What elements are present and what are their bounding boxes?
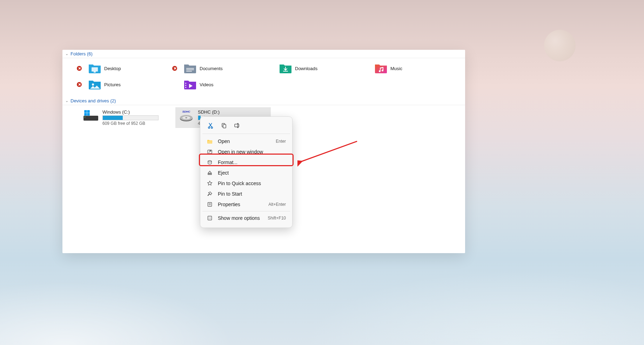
folder-label: Music (390, 66, 402, 71)
svg-rect-2 (186, 68, 194, 69)
menu-open[interactable]: Open Enter (202, 136, 290, 147)
folders-grid: Desktop Documents Downloads Music (62, 58, 465, 97)
svg-rect-21 (235, 124, 239, 127)
eject-icon (207, 170, 213, 176)
drive-windows-c[interactable]: Windows (C:) 609 GB free of 952 GB (80, 107, 175, 128)
svg-text:SDHC: SDHC (182, 110, 190, 113)
svg-rect-20 (223, 124, 226, 128)
svg-rect-10 (85, 117, 85, 117)
menu-label: Properties (218, 202, 240, 207)
svg-rect-0 (92, 67, 98, 72)
menu-pin-start[interactable]: Pin to Start (202, 189, 290, 199)
svg-rect-28 (208, 203, 212, 207)
folder-label: Downloads (295, 66, 317, 71)
cut-button[interactable] (205, 121, 216, 130)
drives-section-header[interactable]: ⌄ Devices and drives (2) (62, 97, 465, 105)
menu-eject[interactable]: Eject (202, 168, 290, 178)
drive-free-text: 609 GB free of 952 GB (102, 121, 159, 126)
sync-error-icon (172, 66, 177, 71)
drives-header-label: Devices and drives (2) (71, 98, 116, 103)
copy-button[interactable] (219, 121, 229, 130)
svg-point-32 (209, 218, 209, 218)
folder-videos[interactable]: Videos (170, 78, 266, 91)
menu-shortcut: Enter (276, 139, 286, 144)
folder-icon (88, 63, 101, 74)
menu-properties[interactable]: Properties Alt+Enter (202, 199, 290, 210)
folder-icon (374, 63, 388, 74)
folder-icon (183, 79, 197, 90)
folder-icon (279, 63, 292, 74)
menu-separator (202, 211, 290, 211)
chevron-down-icon: ⌄ (65, 52, 68, 56)
menu-shortcut: Shift+F10 (268, 216, 286, 221)
svg-point-17 (208, 127, 210, 128)
menu-format[interactable]: Format... (202, 157, 290, 168)
drive-bar-fill (103, 116, 123, 120)
menu-label: Open in new window (218, 149, 263, 155)
menu-show-more-options[interactable]: Show more options Shift+F10 (202, 213, 290, 223)
menu-open-new-window[interactable]: Open in new window (202, 147, 290, 157)
format-icon (207, 160, 213, 165)
menu-pin-quick-access[interactable]: Pin to Quick access (202, 178, 290, 189)
svg-rect-27 (208, 174, 212, 175)
more-options-icon (207, 215, 213, 221)
folder-music[interactable]: Music (361, 62, 456, 75)
svg-point-5 (92, 83, 94, 86)
folder-label: Documents (200, 66, 223, 71)
svg-rect-7 (185, 85, 186, 86)
folder-downloads[interactable]: Downloads (266, 62, 361, 75)
folder-icon (88, 79, 101, 90)
menu-label: Open (218, 138, 230, 144)
drive-capacity-bar (102, 115, 159, 120)
chevron-down-icon: ⌄ (65, 99, 68, 103)
windows-drive-icon (83, 109, 99, 122)
context-menu: Open Enter Open in new window Format... … (200, 116, 293, 228)
folder-documents[interactable]: Documents (170, 62, 266, 75)
menu-label: Pin to Start (218, 191, 242, 197)
drive-info: Windows (C:) 609 GB free of 952 GB (102, 109, 159, 126)
folder-open-icon (207, 138, 213, 144)
folder-icon (183, 63, 197, 74)
properties-icon (207, 202, 213, 207)
svg-rect-4 (186, 71, 192, 72)
context-menu-list: Open Enter Open in new window Format... … (202, 134, 290, 225)
menu-shortcut: Alt+Enter (268, 202, 286, 207)
svg-point-16 (185, 117, 187, 119)
menu-label: Show more options (218, 215, 260, 221)
svg-point-18 (211, 127, 213, 128)
drive-name: SDHC (D:) (198, 109, 220, 115)
star-icon (207, 181, 213, 186)
svg-rect-31 (208, 216, 212, 220)
rename-button[interactable] (232, 121, 242, 130)
svg-point-33 (210, 218, 211, 218)
folder-pictures[interactable]: Pictures (75, 78, 170, 91)
desktop-background-moon (544, 30, 576, 61)
context-menu-toolbar (202, 119, 290, 134)
svg-rect-8 (185, 87, 186, 88)
folders-section-header[interactable]: ⌄ Folders (6) (62, 50, 465, 58)
sync-error-icon (77, 66, 82, 71)
pin-icon (207, 191, 213, 197)
menu-label: Eject (218, 170, 229, 176)
folder-label: Videos (200, 82, 214, 87)
drive-name: Windows (C:) (102, 109, 159, 115)
new-window-icon (207, 149, 213, 155)
svg-rect-1 (94, 72, 96, 73)
folder-desktop[interactable]: Desktop (75, 62, 170, 75)
svg-point-26 (208, 161, 212, 162)
sync-error-icon (77, 82, 82, 87)
svg-rect-6 (185, 83, 186, 84)
sdhc-drive-icon: SDHC (178, 109, 194, 122)
svg-rect-9 (83, 116, 98, 121)
svg-rect-3 (186, 69, 194, 70)
menu-label: Pin to Quick access (218, 181, 261, 186)
folder-label: Pictures (104, 82, 121, 87)
folders-header-label: Folders (6) (71, 51, 93, 56)
menu-label: Format... (218, 160, 237, 165)
folder-label: Desktop (104, 66, 121, 71)
